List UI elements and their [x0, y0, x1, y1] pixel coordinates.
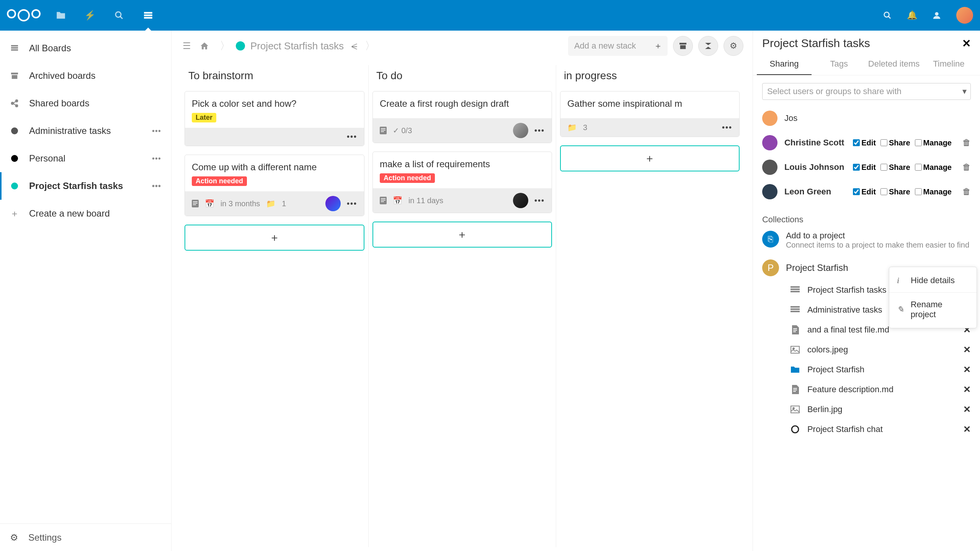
perm-share[interactable]: Share [880, 187, 910, 196]
svg-rect-40 [793, 331, 796, 332]
board-settings-button[interactable]: ⚙ [724, 36, 743, 56]
card-menu-button[interactable]: ••• [722, 123, 732, 132]
sidebar-item-label: Shared boards [29, 98, 89, 109]
home-icon[interactable] [198, 40, 211, 52]
activity-icon[interactable]: ⚡ [85, 10, 95, 20]
svg-rect-2 [144, 12, 152, 13]
sidebar-item-project-starfish-tasks[interactable]: Project Starfish tasks ••• [0, 172, 171, 200]
more-icon[interactable]: ••• [152, 154, 161, 163]
card[interactable]: Pick a color set and how? Later ••• [185, 91, 364, 146]
add-card-button[interactable]: ＋ [372, 222, 552, 248]
card-menu-button[interactable]: ••• [534, 126, 545, 135]
file-icon [790, 324, 800, 335]
svg-point-47 [793, 408, 794, 409]
board-header: ☰ 〉 Project Starfish tasks ⪪ 〉 Add a new… [172, 31, 753, 61]
remove-item-icon[interactable]: ✕ [963, 384, 971, 395]
close-icon[interactable]: ✕ [962, 37, 971, 50]
notifications-icon[interactable]: 🔔 [907, 10, 917, 20]
plus-icon: ＋ [654, 40, 662, 52]
tab-deleted-items[interactable]: Deleted items [866, 54, 921, 75]
svg-rect-25 [381, 128, 385, 129]
logo[interactable] [7, 9, 41, 21]
svg-rect-45 [793, 391, 796, 392]
sidebar-item-shared-boards[interactable]: Shared boards [0, 90, 171, 117]
perm-edit[interactable]: Edit [853, 163, 876, 172]
description-icon [192, 200, 199, 207]
card-tag: Later [192, 113, 216, 122]
trash-icon[interactable]: 🗑 [962, 138, 971, 148]
perm-manage[interactable]: Manage [915, 139, 952, 147]
due-label: in 11 days [408, 196, 443, 205]
card-menu-button[interactable]: ••• [347, 132, 357, 141]
svg-rect-3 [144, 15, 152, 16]
tab-timeline[interactable]: Timeline [921, 54, 976, 75]
svg-rect-31 [381, 201, 384, 202]
card[interactable]: Gather some inspirational m 📁3••• [560, 91, 740, 137]
tab-sharing[interactable]: Sharing [757, 54, 812, 75]
project-item[interactable]: colors.jpeg ✕ [762, 340, 971, 360]
svg-rect-11 [11, 73, 18, 75]
compact-toggle-button[interactable] [698, 36, 718, 56]
add-card-button[interactable]: ＋ [560, 145, 740, 171]
more-icon[interactable]: ••• [152, 127, 161, 135]
card-tag: Action needed [380, 173, 435, 183]
deck-app-icon[interactable] [143, 10, 153, 20]
sidebar-item-personal[interactable]: Personal ••• [0, 145, 171, 172]
card-menu-button[interactable]: ••• [347, 199, 357, 208]
tab-tags[interactable]: Tags [812, 54, 866, 75]
remove-item-icon[interactable]: ✕ [963, 364, 971, 375]
project-badge: P [762, 259, 779, 276]
perm-share[interactable]: Share [880, 163, 910, 172]
project-item[interactable]: Project Starfish chat ✕ [762, 419, 971, 439]
archive-icon [10, 71, 19, 80]
svg-point-48 [792, 426, 799, 433]
trash-icon[interactable]: 🗑 [962, 187, 971, 197]
add-card-button[interactable]: ＋ [185, 225, 364, 251]
project-context-menu: i Hide details ✎ Rename project [889, 267, 977, 328]
project-item[interactable]: Berlin.jpg ✕ [762, 399, 971, 419]
archive-toggle-button[interactable] [673, 36, 693, 56]
more-icon[interactable]: ••• [152, 182, 161, 191]
user-avatar[interactable] [956, 7, 973, 24]
sidebar-settings[interactable]: ⚙ Settings [0, 523, 171, 551]
perm-edit[interactable]: Edit [853, 187, 876, 196]
menu-hide-details[interactable]: i Hide details [889, 270, 977, 291]
breadcrumb-board-name: Project Starfish tasks [250, 40, 344, 52]
project-item[interactable]: Feature description.md ✕ [762, 380, 971, 399]
svg-rect-10 [11, 49, 18, 51]
sidebar-item-create-a-new-board[interactable]: ＋ Create a new board [0, 200, 171, 227]
share-user-select[interactable]: Select users or groups to share with [762, 83, 971, 100]
remove-item-icon[interactable]: ✕ [963, 344, 971, 355]
nav-toggle-icon[interactable]: ☰ [181, 40, 193, 52]
add-to-project[interactable]: ⎘ Add to a project Connect items to a pr… [762, 228, 971, 256]
stack-title: in progress [560, 65, 740, 91]
perm-manage[interactable]: Manage [915, 187, 952, 196]
sidebar-item-all-boards[interactable]: All Boards [0, 34, 171, 62]
svg-rect-37 [791, 311, 800, 312]
trash-icon[interactable]: 🗑 [962, 162, 971, 172]
card[interactable]: Come up with a different name Action nee… [185, 155, 364, 216]
svg-rect-35 [791, 306, 800, 308]
card[interactable]: Create a first rough design draft ✓ 0/3•… [372, 91, 552, 143]
menu-rename-project[interactable]: ✎ Rename project [889, 294, 977, 325]
search-app-icon[interactable] [114, 10, 124, 20]
sidebar: All Boards Archived boards Shared boards… [0, 31, 172, 551]
files-app-icon[interactable] [56, 10, 66, 20]
description-icon [380, 127, 387, 134]
add-stack-input[interactable]: Add a new stack ＋ [568, 36, 668, 56]
perm-manage[interactable]: Manage [915, 163, 952, 172]
remove-item-icon[interactable]: ✕ [963, 424, 971, 435]
search-icon[interactable] [883, 11, 892, 20]
card[interactable]: make a list of requirements Action neede… [372, 152, 552, 213]
perm-edit[interactable]: Edit [853, 139, 876, 147]
card-menu-button[interactable]: ••• [534, 196, 545, 205]
svg-line-6 [889, 16, 891, 19]
project-item[interactable]: Project Starfish ✕ [762, 360, 971, 380]
collections-heading: Collections [762, 215, 971, 225]
perm-share[interactable]: Share [880, 139, 910, 147]
sidebar-item-archived-boards[interactable]: Archived boards [0, 62, 171, 90]
contacts-icon[interactable] [933, 11, 941, 20]
remove-item-icon[interactable]: ✕ [963, 404, 971, 415]
sidebar-item-label: Archived boards [29, 70, 95, 81]
sidebar-item-administrative-tasks[interactable]: Administrative tasks ••• [0, 117, 171, 145]
